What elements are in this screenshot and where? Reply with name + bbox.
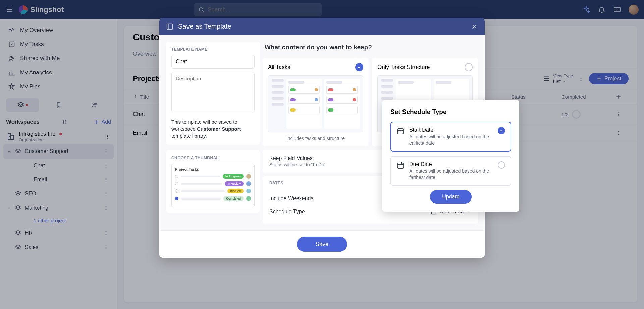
schedule-option-due-date[interactable]: Due DateAll dates will be adjusted based… [390,156,511,186]
include-weekends: Include Weekends [269,195,313,202]
schedule-option-start-date[interactable]: Start DateAll dates will be adjusted bas… [390,122,511,152]
close-icon[interactable] [471,23,478,30]
content-question: What content do you want to keep? [263,42,478,58]
radio-selected [355,63,363,71]
schedule-type-popover: Set Schedule Type Start DateAll dates wi… [382,100,519,212]
svg-rect-45 [398,163,403,168]
radio-unselected [465,63,473,71]
keep-field-values: Keep Field Values [269,155,325,161]
schedule-type-label: Schedule Type [269,209,305,215]
modal-title: Save as Template [178,23,231,30]
update-button[interactable]: Update [430,190,472,204]
svg-rect-44 [398,129,403,134]
calendar-icon [396,161,405,181]
template-name-input[interactable] [171,55,255,69]
save-button[interactable]: Save [297,237,347,252]
name-label: TEMPLATE NAME [171,47,255,52]
svg-rect-42 [167,24,173,29]
template-desc-input[interactable] [171,72,255,112]
radio-unselected [498,161,505,169]
thumbnail-option[interactable]: Project Tasks In Progress In Review Bloc… [171,164,255,207]
thumb-label: CHOOSE A THUMBNAIL [171,156,255,160]
template-icon [166,23,173,30]
radio-selected [498,127,505,134]
template-note: This template will be saved to workspace… [171,118,255,139]
opt-all-tasks[interactable]: All Tasks Includes tasks and structure [263,58,369,146]
calendar-icon [396,127,405,146]
popover-title: Set Schedule Type [390,108,511,116]
